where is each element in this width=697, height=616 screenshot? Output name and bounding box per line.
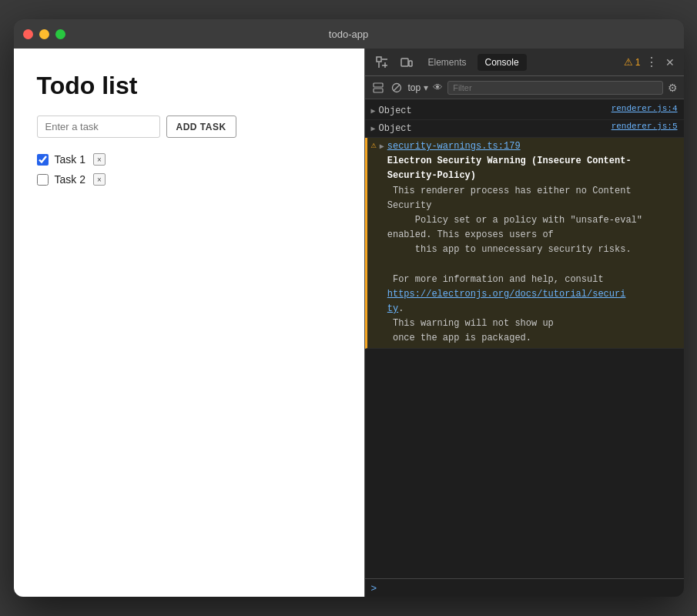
todo-title: Todo list [37, 72, 341, 100]
task-input[interactable] [37, 116, 160, 138]
warning-count: 1 [635, 57, 641, 68]
warning-content: security-warnings.ts:179 Electron Securi… [387, 139, 678, 346]
console-file-2[interactable]: renderer.js:5 [612, 122, 678, 131]
clear-console-icon[interactable] [390, 81, 404, 95]
add-task-button[interactable]: ADD TASK [166, 116, 236, 138]
context-label: top [408, 82, 421, 93]
expand-icon-2[interactable]: ▶ [371, 124, 376, 133]
window-title: todo-app [329, 28, 368, 40]
device-toggle-icon[interactable] [396, 52, 417, 72]
context-chevron-icon: ▾ [424, 82, 428, 93]
console-output: ▶ Object renderer.js:4 ▶ Object renderer… [365, 99, 684, 578]
warning-icon: ⚠ [624, 56, 633, 68]
task-2-label: Task 2 [55, 173, 85, 186]
devtools-toolbar: Elements Console ⚠ 1 ⋮ ✕ [365, 49, 684, 76]
console-row-2: ▶ Object renderer.js:5 [365, 120, 684, 138]
task-1-checkbox[interactable] [37, 154, 49, 166]
tab-elements[interactable]: Elements [421, 54, 474, 71]
warning-title: Electron Security Warning (Insecure Cont… [387, 156, 632, 181]
task-2-remove-button[interactable]: × [93, 173, 106, 186]
content-area: Todo list ADD TASK Task 1 × Task 2 × [14, 49, 684, 597]
more-tabs-button[interactable]: ⋮ [644, 55, 659, 70]
devtools-secondary-toolbar: top ▾ 👁 ⚙ [365, 76, 684, 99]
svg-rect-0 [377, 57, 381, 62]
devtools-close-button[interactable]: ✕ [662, 55, 678, 70]
minimize-button[interactable] [39, 29, 49, 39]
app-window: todo-app Todo list ADD TASK Task 1 × [14, 19, 684, 597]
warn-expand-icon[interactable]: ▶ [380, 142, 384, 151]
task-1-remove-button[interactable]: × [93, 153, 106, 166]
task-1-label: Task 1 [55, 153, 85, 166]
warn-triangle-icon: ⚠ [371, 139, 377, 151]
console-exec-icon[interactable] [371, 81, 385, 95]
console-settings-icon[interactable]: ⚙ [668, 82, 678, 94]
svg-line-6 [394, 85, 400, 91]
traffic-lights [23, 29, 65, 39]
warning-body: This renderer process has either no Cont… [387, 186, 642, 344]
console-input[interactable] [381, 583, 677, 594]
task-item-1: Task 1 × [37, 153, 341, 166]
console-input-row: > [365, 578, 684, 597]
console-row-1: ▶ Object renderer.js:4 [365, 102, 684, 120]
task-item-2: Task 2 × [37, 173, 341, 186]
context-selector[interactable]: top ▾ [408, 82, 429, 93]
warning-file-link[interactable]: security-warnings.ts:179 [387, 141, 521, 152]
tab-console[interactable]: Console [478, 54, 527, 71]
todo-pane: Todo list ADD TASK Task 1 × Task 2 × [14, 49, 364, 597]
inspect-element-icon[interactable] [371, 52, 393, 72]
svg-rect-3 [374, 83, 383, 87]
svg-rect-1 [401, 59, 408, 66]
devtools-pane: Elements Console ⚠ 1 ⋮ ✕ [364, 49, 684, 597]
svg-rect-4 [374, 89, 383, 92]
eye-icon[interactable]: 👁 [433, 82, 443, 93]
task-list: Task 1 × Task 2 × [37, 153, 341, 186]
expand-icon-1[interactable]: ▶ [371, 106, 376, 116]
console-file-1[interactable]: renderer.js:4 [612, 104, 678, 113]
electron-security-link[interactable]: https://electronjs.org/docs/tutorial/sec… [387, 289, 626, 314]
console-filter-input[interactable] [447, 81, 662, 95]
task-2-checkbox[interactable] [37, 174, 49, 186]
svg-rect-2 [409, 61, 412, 66]
todo-input-row: ADD TASK [37, 116, 341, 138]
console-text-2: Object [379, 122, 612, 136]
console-prompt: > [371, 582, 377, 594]
close-button[interactable] [23, 29, 33, 39]
console-warning-row: ⚠ ▶ security-warnings.ts:179 Electron Se… [365, 138, 684, 349]
warning-badge: ⚠ 1 [624, 56, 641, 68]
maximize-button[interactable] [55, 29, 65, 39]
console-text-1: Object [379, 104, 612, 118]
titlebar: todo-app [14, 19, 684, 49]
